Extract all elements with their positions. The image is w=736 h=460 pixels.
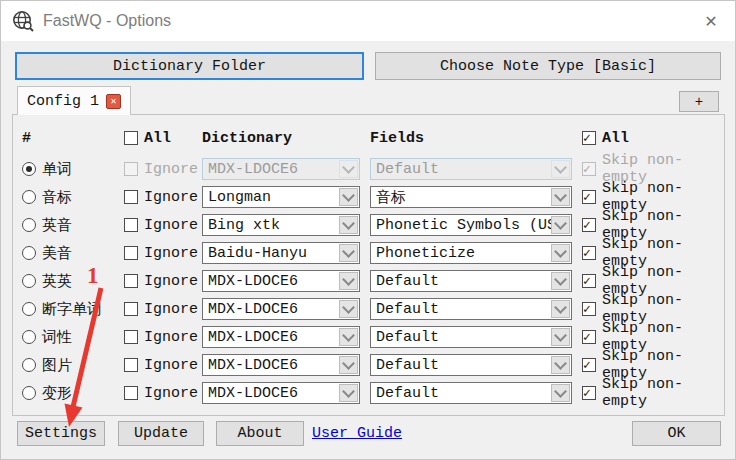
word-type-label: 英音: [42, 216, 72, 235]
ignore-checkbox[interactable]: [124, 274, 138, 288]
dictionary-select[interactable]: MDX-LDOCE6: [202, 354, 360, 376]
field-value: Phoneticize: [376, 245, 475, 262]
dictionary-value: MDX-LDOCE6: [208, 301, 298, 318]
word-type-radio[interactable]: [22, 246, 36, 260]
column-header-all-left: All: [144, 130, 171, 147]
skip-non-empty-checkbox[interactable]: [582, 246, 596, 260]
dictionary-value: MDX-LDOCE6: [208, 357, 298, 374]
settings-button[interactable]: Settings: [17, 421, 105, 446]
field-select[interactable]: Phoneticize: [370, 242, 572, 264]
field-select[interactable]: Phonetic Symbols (US): [370, 214, 572, 236]
ignore-checkbox[interactable]: [124, 330, 138, 344]
chevron-down-icon: [551, 244, 570, 262]
ignore-checkbox: [124, 162, 138, 176]
tab-close-icon[interactable]: ✕: [106, 94, 121, 109]
column-header-dictionary: Dictionary: [202, 130, 292, 147]
field-select[interactable]: Default: [370, 270, 572, 292]
field-select[interactable]: Default: [370, 382, 572, 404]
dictionary-value: MDX-LDOCE6: [208, 385, 298, 402]
ignore-label: Ignore: [144, 357, 198, 374]
dictionary-select[interactable]: Longman: [202, 186, 360, 208]
dictionary-select[interactable]: MDX-LDOCE6: [202, 326, 360, 348]
title-bar: FastWQ - Options ✕: [1, 1, 735, 41]
ignore-checkbox[interactable]: [124, 246, 138, 260]
window-title: FastWQ - Options: [43, 12, 171, 30]
add-config-button[interactable]: +: [679, 91, 719, 112]
app-globe-search-icon: [11, 9, 35, 33]
dictionary-select[interactable]: MDX-LDOCE6: [202, 298, 360, 320]
dictionary-value: MDX-LDOCE6: [208, 161, 298, 178]
chevron-down-icon: [339, 244, 358, 262]
ignore-label: Ignore: [144, 245, 198, 262]
ignore-checkbox[interactable]: [124, 190, 138, 204]
chevron-down-icon: [339, 272, 358, 290]
field-select: Default: [370, 158, 572, 180]
ignore-checkbox[interactable]: [124, 358, 138, 372]
dictionary-value: Longman: [208, 189, 271, 206]
skip-non-empty-checkbox[interactable]: [582, 218, 596, 232]
table-header-row: # All Dictionary Fields All: [13, 124, 724, 152]
chevron-down-icon: [551, 160, 570, 178]
word-type-radio[interactable]: [22, 386, 36, 400]
word-type-radio[interactable]: [22, 302, 36, 316]
skip-non-empty-checkbox[interactable]: [582, 386, 596, 400]
skip-non-empty-checkbox[interactable]: [582, 358, 596, 372]
field-value: Default: [376, 301, 439, 318]
config-row: 变形 Ignore MDX-LDOCE6 Default Ski: [13, 376, 724, 404]
choose-note-type-button[interactable]: Choose Note Type [Basic]: [375, 52, 721, 80]
config-row: 美音 Ignore Baidu-Hanyu Phoneticize: [13, 236, 724, 264]
config-row: 英音 Ignore Bing xtk Phonetic Symbols (US): [13, 208, 724, 236]
word-type-label: 变形: [42, 384, 72, 403]
tab-config-1[interactable]: Config 1 ✕: [17, 86, 131, 115]
ignore-checkbox[interactable]: [124, 302, 138, 316]
chevron-down-icon: [339, 216, 358, 234]
ignore-checkbox[interactable]: [124, 218, 138, 232]
ignore-label: Ignore: [144, 189, 198, 206]
about-button[interactable]: About: [216, 421, 304, 446]
config-row: 词性 Ignore MDX-LDOCE6 Default Ski: [13, 320, 724, 348]
skip-non-empty-checkbox[interactable]: [582, 190, 596, 204]
dictionary-select[interactable]: MDX-LDOCE6: [202, 270, 360, 292]
field-value: Default: [376, 357, 439, 374]
options-dialog: FastWQ - Options ✕ Dictionary Folder Cho…: [0, 0, 736, 460]
chevron-down-icon: [551, 356, 570, 374]
field-select[interactable]: Default: [370, 354, 572, 376]
field-select[interactable]: Default: [370, 298, 572, 320]
dictionary-folder-button[interactable]: Dictionary Folder: [15, 52, 364, 80]
ok-button[interactable]: OK: [632, 421, 721, 446]
dictionary-select[interactable]: MDX-LDOCE6: [202, 382, 360, 404]
skip-non-empty-checkbox[interactable]: [582, 330, 596, 344]
dictionary-value: Baidu-Hanyu: [208, 245, 307, 262]
all-skip-checkbox[interactable]: [582, 131, 596, 145]
word-type-radio[interactable]: [22, 218, 36, 232]
ignore-label: Ignore: [144, 161, 198, 178]
dictionary-select[interactable]: Baidu-Hanyu: [202, 242, 360, 264]
skip-non-empty-label: Skip non-empty: [602, 376, 724, 410]
dictionary-select[interactable]: Bing xtk: [202, 214, 360, 236]
word-type-radio[interactable]: [22, 190, 36, 204]
field-select[interactable]: Default: [370, 326, 572, 348]
all-ignore-checkbox[interactable]: [124, 131, 138, 145]
update-button[interactable]: Update: [118, 421, 204, 446]
column-header-hash: #: [22, 130, 31, 147]
field-value: Phonetic Symbols (US): [376, 217, 565, 234]
skip-non-empty-checkbox[interactable]: [582, 302, 596, 316]
field-select[interactable]: 音标: [370, 186, 572, 208]
ignore-checkbox[interactable]: [124, 386, 138, 400]
column-header-fields: Fields: [370, 130, 424, 147]
config-row: 图片 Ignore MDX-LDOCE6 Default Ski: [13, 348, 724, 376]
dictionary-value: MDX-LDOCE6: [208, 329, 298, 346]
user-guide-link[interactable]: User Guide: [312, 425, 402, 442]
close-window-button[interactable]: ✕: [700, 10, 722, 32]
word-type-radio[interactable]: [22, 330, 36, 344]
chevron-down-icon: [339, 160, 358, 178]
chevron-down-icon: [339, 384, 358, 402]
chevron-down-icon: [551, 384, 570, 402]
word-type-label: 美音: [42, 244, 72, 263]
skip-non-empty-checkbox[interactable]: [582, 274, 596, 288]
word-type-radio[interactable]: [22, 162, 36, 176]
word-type-radio[interactable]: [22, 274, 36, 288]
field-value: 音标: [376, 188, 406, 207]
word-type-radio[interactable]: [22, 358, 36, 372]
chevron-down-icon: [551, 328, 570, 346]
